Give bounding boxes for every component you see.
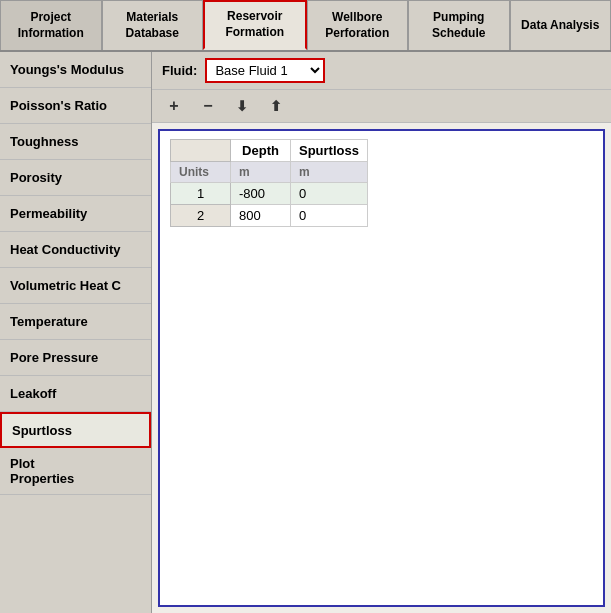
col-header-rownum — [171, 140, 231, 162]
units-label: Units — [171, 162, 231, 183]
col-header-spurtloss: Spurtloss — [291, 140, 368, 162]
sidebar: Youngs's Modulus Poisson's Ratio Toughne… — [0, 52, 152, 613]
sidebar-item-volumetric-heat[interactable]: Volumetric Heat C — [0, 268, 151, 304]
row-num-1: 1 — [171, 183, 231, 205]
add-row-button[interactable]: + — [162, 94, 186, 118]
table-row: 1 -800 0 — [171, 183, 368, 205]
upload-button[interactable]: ⬆ — [264, 94, 288, 118]
units-spurtloss: m — [291, 162, 368, 183]
sidebar-item-leakoff[interactable]: Leakoff — [0, 376, 151, 412]
tab-project-information[interactable]: Project Information — [0, 0, 102, 50]
tab-pumping-schedule[interactable]: Pumping Schedule — [408, 0, 510, 50]
main-layout: Youngs's Modulus Poisson's Ratio Toughne… — [0, 52, 611, 613]
sidebar-item-toughness[interactable]: Toughness — [0, 124, 151, 160]
table-area: Depth Spurtloss Units m m 1 -800 0 — [158, 129, 605, 607]
sidebar-item-heat-conductivity[interactable]: Heat Conductivity — [0, 232, 151, 268]
sidebar-item-poissons-ratio[interactable]: Poisson's Ratio — [0, 88, 151, 124]
units-row: Units m m — [171, 162, 368, 183]
row-2-spurtloss[interactable]: 0 — [291, 205, 368, 227]
sidebar-item-porosity[interactable]: Porosity — [0, 160, 151, 196]
data-table: Depth Spurtloss Units m m 1 -800 0 — [170, 139, 368, 227]
units-depth: m — [231, 162, 291, 183]
sidebar-item-youngs-modulus[interactable]: Youngs's Modulus — [0, 52, 151, 88]
sidebar-item-spurtloss[interactable]: Spurtloss — [0, 412, 151, 448]
fluid-select[interactable]: Base Fluid 1 Base Fluid 2 — [205, 58, 325, 83]
content-area: Fluid: Base Fluid 1 Base Fluid 2 + − ⬇ ⬆ — [152, 52, 611, 613]
tab-bar: Project Information Materials Database R… — [0, 0, 611, 52]
col-header-depth: Depth — [231, 140, 291, 162]
sidebar-item-permeability[interactable]: Permeability — [0, 196, 151, 232]
tab-materials-database[interactable]: Materials Database — [102, 0, 204, 50]
remove-row-button[interactable]: − — [196, 94, 220, 118]
tab-data-analysis[interactable]: Data Analysis — [510, 0, 612, 50]
sidebar-item-pore-pressure[interactable]: Pore Pressure — [0, 340, 151, 376]
sidebar-item-plot-properties[interactable]: Plot Properties — [0, 448, 151, 495]
fluid-row: Fluid: Base Fluid 1 Base Fluid 2 — [152, 52, 611, 90]
toolbar-row: + − ⬇ ⬆ — [152, 90, 611, 123]
row-1-depth[interactable]: -800 — [231, 183, 291, 205]
fluid-label: Fluid: — [162, 63, 197, 78]
row-num-2: 2 — [171, 205, 231, 227]
download-button[interactable]: ⬇ — [230, 94, 254, 118]
row-2-depth[interactable]: 800 — [231, 205, 291, 227]
table-row: 2 800 0 — [171, 205, 368, 227]
tab-reservoir-formation[interactable]: Reservoir Formation — [203, 0, 307, 50]
sidebar-item-temperature[interactable]: Temperature — [0, 304, 151, 340]
tab-wellbore-perforation[interactable]: Wellbore Perforation — [307, 0, 409, 50]
table-header-row: Depth Spurtloss — [171, 140, 368, 162]
row-1-spurtloss[interactable]: 0 — [291, 183, 368, 205]
